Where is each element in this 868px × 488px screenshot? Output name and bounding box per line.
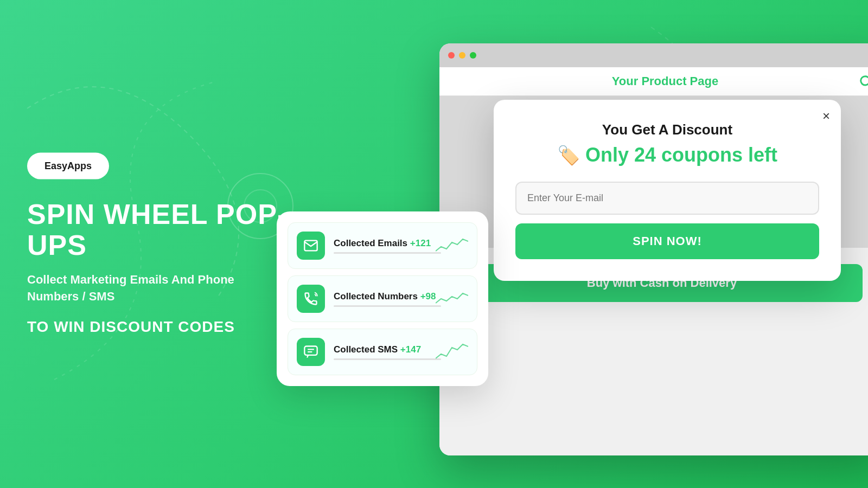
browser-dot-red <box>448 52 455 59</box>
product-page-header: Your Product Page <box>439 67 868 96</box>
email-count: +121 <box>410 238 431 248</box>
browser-mockup: Your Product Page Buy with Cash on Deliv… <box>439 43 868 455</box>
sms-icon-wrap <box>297 338 325 366</box>
sms-chart <box>436 341 468 363</box>
email-bar <box>334 252 441 254</box>
svg-point-2 <box>861 76 868 85</box>
sms-icon <box>303 344 318 359</box>
numbers-bar <box>334 305 441 307</box>
numbers-count: +98 <box>420 291 436 301</box>
phone-icon <box>303 291 318 306</box>
email-icon-wrap <box>297 232 325 260</box>
list-item: Collected Emails +121 <box>288 222 477 269</box>
sms-bar <box>334 358 441 360</box>
svg-rect-7 <box>304 346 317 355</box>
sub-headline: Collect Marketing Emails And Phone Numbe… <box>27 272 288 305</box>
email-label: Collected Emails <box>334 238 407 248</box>
email-input[interactable] <box>515 182 819 215</box>
cta-text: TO WIN DISCOUNT CODES <box>27 318 288 335</box>
popup-coupons-text: 🏷️ Only 24 coupons left <box>515 144 819 166</box>
numbers-label: Collected Numbers <box>334 291 418 301</box>
numbers-chart <box>436 288 468 310</box>
brand-logo: EasyApps <box>27 153 109 179</box>
sms-label: Collected SMS <box>334 344 398 355</box>
browser-content: Your Product Page Buy with Cash on Deliv… <box>439 67 868 455</box>
spin-button[interactable]: SPIN NOW! <box>515 223 819 259</box>
left-panel: EasyApps SPIN WHEEL POP-UPS Collect Mark… <box>27 153 288 336</box>
email-icon <box>303 238 318 253</box>
browser-bar <box>439 43 868 67</box>
list-item: Collected SMS +147 <box>288 329 477 375</box>
tag-icon: 🏷️ <box>557 144 580 166</box>
browser-dot-yellow <box>459 52 465 59</box>
list-item: Collected Numbers +98 <box>288 275 477 322</box>
popup-subtitle: You Get A Discount <box>515 121 819 138</box>
phone-icon-wrap <box>297 285 325 313</box>
main-headline: SPIN WHEEL POP-UPS <box>27 199 288 261</box>
product-page-title: Your Product Page <box>612 74 718 88</box>
popup-modal: × You Get A Discount 🏷️ Only 24 coupons … <box>494 100 841 281</box>
email-chart <box>436 235 468 256</box>
sms-count: +147 <box>400 344 421 355</box>
close-button[interactable]: × <box>822 108 830 124</box>
stats-card: Collected Emails +121 Collected Numbers … <box>277 211 488 386</box>
search-icon <box>858 74 868 89</box>
browser-dot-green <box>470 52 476 59</box>
